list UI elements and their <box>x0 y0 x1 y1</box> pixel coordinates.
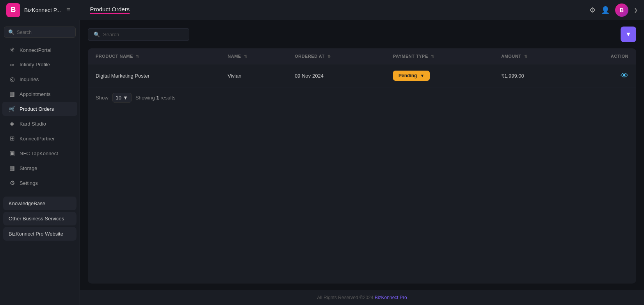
sidebar-item-label: Product Orders <box>20 106 54 112</box>
sidebar-item-label: Infinity Profile <box>20 62 50 67</box>
sidebar-item-label: Kard Studio <box>20 121 46 127</box>
topnav: B BizKonnect P... ≡ Product Orders ⚙ 👤 B… <box>0 0 644 20</box>
sort-icon: ⇅ <box>524 54 528 59</box>
cell-payment-type: Pending ▼ <box>385 64 493 87</box>
show-label: Show <box>96 95 109 101</box>
eye-icon: 👁 <box>621 71 628 80</box>
results-text: Showing 1 results <box>135 95 176 101</box>
product-orders-icon: 🛒 <box>9 105 16 112</box>
content-inner: 🔍 ▼ PRODUCT NAME ⇅ <box>80 20 644 290</box>
topnav-left: B BizKonnect P... ≡ Product Orders <box>6 3 130 17</box>
other-business-services-button[interactable]: Other Business Services <box>3 212 76 225</box>
sidebar-item-inquiries[interactable]: ◎ Inquiries <box>2 72 77 86</box>
konnect-portal-icon: ✳ <box>9 46 16 53</box>
footer: All Rights Reserved ©2024 BizKonnect Pro <box>80 290 644 305</box>
sidebar-search-icon: 🔍 <box>8 29 14 35</box>
content-area: 🔍 ▼ PRODUCT NAME ⇅ <box>80 20 644 305</box>
sort-icon: ⇅ <box>244 54 247 59</box>
sidebar-item-label: KonnectPortal <box>20 47 52 53</box>
sidebar-item-settings[interactable]: ⚙ Settings <box>2 176 77 190</box>
main-search-icon: 🔍 <box>94 32 100 37</box>
show-select[interactable]: 10 ▼ <box>112 93 132 103</box>
sidebar-item-label: Settings <box>20 180 38 186</box>
appointments-icon: ▦ <box>9 90 16 98</box>
sidebar-item-storage[interactable]: ▦ Storage <box>2 161 77 175</box>
storage-icon: ▦ <box>9 165 16 172</box>
sidebar-item-label: Storage <box>20 165 37 171</box>
filter-icon: ▼ <box>625 31 632 38</box>
hamburger-icon[interactable]: ≡ <box>66 6 71 14</box>
konnect-partner-icon: ⊞ <box>9 135 16 142</box>
infinity-profile-icon: ∞ <box>9 61 16 68</box>
app-title: BizKonnect P... <box>24 7 61 13</box>
page-title: Product Orders <box>90 6 130 14</box>
sidebar-item-label: Inquiries <box>20 76 39 82</box>
sidebar-item-label: KonnectPartner <box>20 136 55 142</box>
cell-ordered-at: 09 Nov 2024 <box>287 64 385 87</box>
sidebar-item-product-orders[interactable]: 🛒 Product Orders <box>2 102 77 116</box>
badge-dropdown-arrow: ▼ <box>420 73 424 78</box>
cell-name: Vivian <box>220 64 287 87</box>
sidebar-item-kard-studio[interactable]: ◈ Kard Studio <box>2 117 77 131</box>
sidebar-item-label: NFC TapKonnect <box>20 151 58 156</box>
col-payment-type[interactable]: PAYMENT TYPE ⇅ <box>385 48 493 64</box>
topnav-right: ⚙ 👤 B ❯ <box>589 4 638 17</box>
kard-studio-icon: ◈ <box>9 120 16 127</box>
sidebar-item-konnect-portal[interactable]: ✳ KonnectPortal <box>2 43 77 57</box>
sidebar-item-infinity-profile[interactable]: ∞ Infinity Profile <box>2 58 77 71</box>
chevron-down-icon[interactable]: ❯ <box>634 7 638 13</box>
sort-icon: ⇅ <box>327 54 331 59</box>
main-layout: 🔍 ✳ KonnectPortal ∞ Infinity Profile ◎ I… <box>0 20 644 305</box>
toolbar: 🔍 ▼ <box>88 27 636 42</box>
knowledge-base-button[interactable]: KnowledgeBase <box>3 197 76 210</box>
sidebar-item-appointments[interactable]: ▦ Appointments <box>2 87 77 101</box>
orders-table: PRODUCT NAME ⇅ NAME ⇅ ORDERED AT ⇅ <box>88 48 636 87</box>
sidebar-bottom-section: KnowledgeBase Other Business Services Bi… <box>0 193 80 244</box>
bizkonnect-website-button[interactable]: BizKonnect Pro Website <box>3 227 76 241</box>
col-name[interactable]: NAME ⇅ <box>220 48 287 64</box>
cell-amount: ₹1,999.00 <box>493 64 573 87</box>
sidebar-search-input[interactable] <box>17 30 71 35</box>
col-ordered-at[interactable]: ORDERED AT ⇅ <box>287 48 385 64</box>
pagination-row: Show 10 ▼ Showing 1 results <box>88 87 636 108</box>
settings-nav-icon: ⚙ <box>9 179 16 186</box>
table-header-row: PRODUCT NAME ⇅ NAME ⇅ ORDERED AT ⇅ <box>88 48 636 64</box>
sort-icon: ⇅ <box>136 54 139 59</box>
col-action: ACTION <box>573 48 636 64</box>
main-search-input[interactable] <box>103 32 183 37</box>
filter-button[interactable]: ▼ <box>621 27 636 42</box>
sidebar-search-box[interactable]: 🔍 <box>4 27 76 38</box>
user-icon[interactable]: 👤 <box>601 6 610 14</box>
pending-badge[interactable]: Pending ▼ <box>393 71 430 81</box>
sort-icon: ⇅ <box>431 54 434 59</box>
footer-link[interactable]: BizKonnect Pro <box>375 295 407 300</box>
view-action-button[interactable]: 👁 <box>621 71 628 80</box>
main-search-box[interactable]: 🔍 <box>88 28 189 41</box>
avatar[interactable]: B <box>615 4 628 17</box>
col-amount[interactable]: AMOUNT ⇅ <box>493 48 573 64</box>
sidebar: 🔍 ✳ KonnectPortal ∞ Infinity Profile ◎ I… <box>0 20 80 305</box>
logo[interactable]: B <box>6 3 20 17</box>
settings-icon[interactable]: ⚙ <box>589 6 596 14</box>
inquiries-icon: ◎ <box>9 76 16 83</box>
select-arrow-icon: ▼ <box>123 95 128 101</box>
nfc-tapkonnect-icon: ▣ <box>9 150 16 157</box>
orders-table-wrapper: PRODUCT NAME ⇅ NAME ⇅ ORDERED AT ⇅ <box>88 48 636 284</box>
cell-product-name: Digital Marketing Poster <box>88 64 220 87</box>
col-product-name[interactable]: PRODUCT NAME ⇅ <box>88 48 220 64</box>
sidebar-item-konnect-partner[interactable]: ⊞ KonnectPartner <box>2 131 77 145</box>
sidebar-item-nfc-tapkonnect[interactable]: ▣ NFC TapKonnect <box>2 146 77 160</box>
sidebar-item-label: Appointments <box>20 91 51 97</box>
table-row: Digital Marketing Poster Vivian 09 Nov 2… <box>88 64 636 87</box>
cell-action: 👁 <box>573 64 636 87</box>
